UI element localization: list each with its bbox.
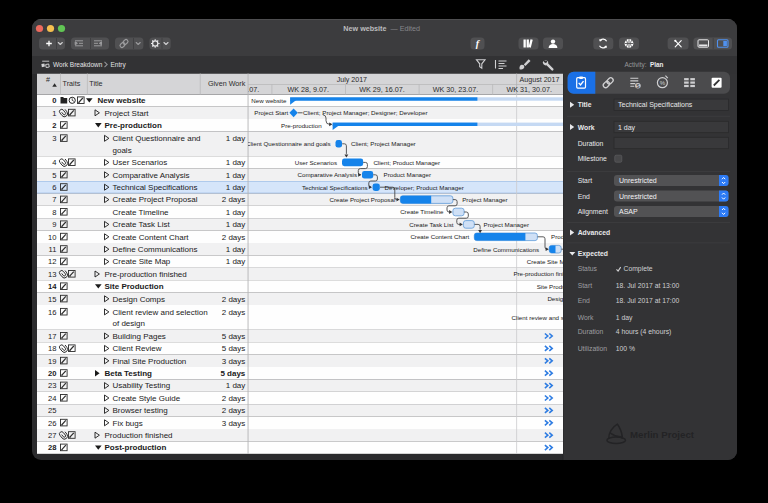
svg-text:2 days: 2 days [222,406,246,415]
svg-text:Expected: Expected [578,250,608,258]
svg-text:Production finished: Production finished [105,431,173,440]
svg-text:5 days: 5 days [222,344,246,353]
svg-text:Work Breakdown: Work Breakdown [53,61,103,68]
svg-text:Developer; Product Manager: Developer; Product Manager [385,184,464,191]
svg-text:Merlin Project: Merlin Project [630,429,695,440]
svg-text:Create Style Guide: Create Style Guide [113,394,181,403]
svg-text:WK 31, 30.07.: WK 31, 30.07. [506,85,552,94]
svg-text:11: 11 [49,245,57,254]
svg-text:Given Work: Given Work [208,79,246,88]
svg-text:Alignment: Alignment [578,208,608,216]
svg-text:Building Pages: Building Pages [113,332,166,341]
svg-text:Design Comps: Design Comps [113,295,165,304]
svg-text:Technical Specifications: Technical Specifications [113,183,198,192]
svg-text:July 2017: July 2017 [337,76,367,84]
svg-text:Advanced: Advanced [578,229,610,236]
svg-text:Pre-production: Pre-production [105,121,162,130]
svg-text:2 days: 2 days [222,394,246,403]
svg-text:User Scenarios: User Scenarios [113,158,168,167]
svg-text:of design: of design [113,319,145,328]
svg-text:August 2017: August 2017 [520,76,560,84]
svg-text:13: 13 [48,270,56,279]
svg-text:Final Site Production: Final Site Production [113,357,187,366]
svg-text:Usability Testing: Usability Testing [113,381,171,390]
svg-text:Plan: Plan [650,61,664,68]
svg-text:Utilization: Utilization [578,345,608,352]
svg-text:End: End [578,297,590,304]
svg-text:1 day: 1 day [226,257,246,266]
svg-text:Client Questionnaire and goals: Client Questionnaire and goals [246,140,331,147]
svg-text:18. Jul 2017 at 17:00: 18. Jul 2017 at 17:00 [616,297,680,304]
svg-text:Technical Specifications: Technical Specifications [618,101,693,109]
svg-text:End: End [578,193,590,200]
svg-text:Project Manager: Project Manager [484,221,529,228]
svg-text:26: 26 [48,419,56,428]
svg-text:Fix bugs: Fix bugs [113,419,143,428]
svg-text:1 day: 1 day [226,134,246,143]
svg-text:7: 7 [52,195,56,204]
svg-text:Title: Title [89,79,102,88]
svg-text:Project Start: Project Start [105,109,150,118]
svg-text:Create Site Map: Create Site Map [113,257,171,266]
svg-text:1 day: 1 day [226,245,246,254]
svg-text:3 days: 3 days [222,357,246,366]
svg-text:Define Communications: Define Communications [113,245,198,254]
svg-text:Activity:: Activity: [625,61,647,69]
svg-text:Duration: Duration [578,328,604,335]
svg-text:3: 3 [52,134,56,143]
svg-text:Project Start: Project Start [254,109,288,116]
svg-text:Comparative Analysis: Comparative Analysis [113,171,190,180]
svg-text:Project Manager: Project Manager [462,196,507,203]
svg-text:Milestone: Milestone [578,155,607,162]
svg-text:Site Production: Site Production [105,282,164,291]
svg-text:1 day: 1 day [618,124,636,132]
svg-text:15: 15 [48,295,56,304]
svg-text:Create Project Proposal: Create Project Proposal [330,196,396,203]
svg-text:WK 29, 16.07.: WK 29, 16.07. [359,85,405,94]
svg-text:%: % [660,80,666,86]
svg-text:New website: New website [98,96,147,105]
svg-text:8: 8 [52,208,56,217]
svg-text:5 days: 5 days [220,369,245,378]
svg-text:Client; Project Manager; Desig: Client; Project Manager; Designer; Devel… [303,109,428,116]
svg-text:100 %: 100 % [616,345,635,352]
svg-text:— Edited: — Edited [391,24,421,33]
svg-text:1 day: 1 day [226,381,246,390]
svg-text:Title: Title [578,101,592,108]
svg-text:Unrestricted: Unrestricted [619,193,657,200]
svg-text:1 day: 1 day [226,171,246,180]
svg-text:2 days: 2 days [222,295,246,304]
svg-text:16: 16 [48,308,56,317]
svg-text:10: 10 [48,233,56,242]
svg-text:27: 27 [48,431,56,440]
svg-text:25: 25 [48,406,56,415]
svg-text:User Scenarios: User Scenarios [295,159,337,166]
svg-text:1 day: 1 day [616,314,633,322]
svg-text:6: 6 [52,183,56,192]
svg-text:Work: Work [578,314,594,321]
svg-text:#: # [46,75,50,84]
svg-text:Create Timeline: Create Timeline [400,208,444,215]
svg-text:1: 1 [52,109,56,118]
svg-text:Create Content Chart: Create Content Chart [113,233,190,242]
svg-text:Client Questionnaire and: Client Questionnaire and [113,134,201,143]
svg-text:28: 28 [48,443,56,452]
svg-text:5: 5 [52,171,56,180]
svg-text:Product Manager: Product Manager [384,171,431,178]
svg-text:9: 9 [52,220,56,229]
svg-text:0: 0 [52,96,56,105]
svg-text:New website: New website [343,24,386,33]
svg-text:Client; Project Manager: Client; Project Manager [351,140,416,147]
svg-text:2 days: 2 days [222,308,246,317]
svg-text:18. Jul 2017 at 13:00: 18. Jul 2017 at 13:00 [616,282,680,289]
svg-text:Pre-production: Pre-production [281,122,322,129]
svg-text:Start: Start [578,177,592,184]
svg-text:Status: Status [578,265,598,272]
svg-text:Create Project Proposal: Create Project Proposal [113,195,198,204]
svg-text:18: 18 [48,344,56,353]
svg-text:Unrestricted: Unrestricted [619,177,657,184]
svg-text:Entry: Entry [111,61,127,69]
svg-text:1 day: 1 day [226,220,246,229]
svg-text:Client Review: Client Review [113,344,162,353]
svg-text:Complete: Complete [624,265,653,273]
